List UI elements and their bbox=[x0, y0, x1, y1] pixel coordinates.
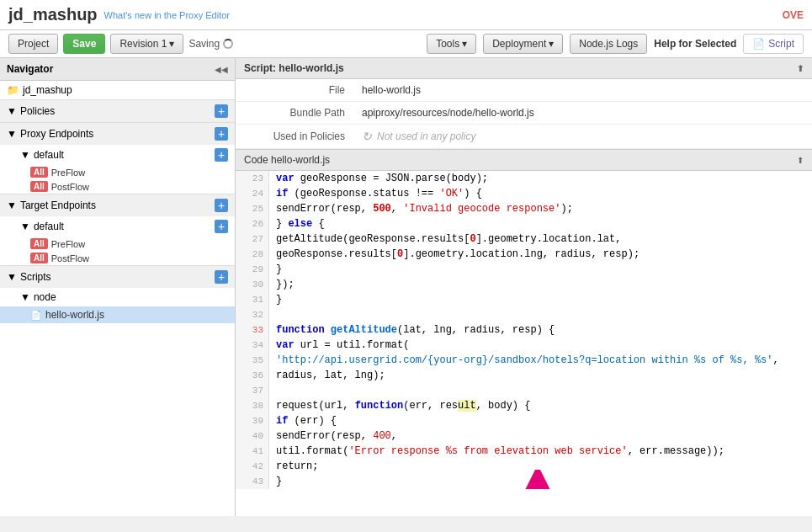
nodejs-logs-button[interactable]: Node.js Logs bbox=[570, 34, 647, 54]
toolbar: Project Save Revision 1 ▾ Saving Tools ▾… bbox=[0, 30, 812, 58]
scripts-chevron-icon: ▼ bbox=[7, 271, 17, 283]
code-line-28: geoResponse.results[0].geometry.location… bbox=[276, 247, 805, 262]
bundle-path-value: apiproxy/resources/node/hello-world.js bbox=[362, 107, 534, 119]
deployment-chevron-icon: ▾ bbox=[549, 38, 554, 50]
deployment-button[interactable]: Deployment ▾ bbox=[483, 34, 563, 54]
nav-section-scripts[interactable]: ▼ Scripts + bbox=[0, 265, 235, 288]
nav-target-default[interactable]: ▼ default + bbox=[0, 216, 235, 237]
preflow-badge: All bbox=[30, 167, 48, 178]
file-value: hello-world.js bbox=[362, 84, 421, 96]
policies-label: Policies bbox=[20, 105, 55, 117]
tools-chevron-icon: ▾ bbox=[462, 38, 467, 50]
target-endpoints-chevron-icon: ▼ bbox=[7, 200, 17, 211]
postflow-badge: All bbox=[30, 181, 48, 192]
navigator-panel: Navigator ◀◀ 📁 jd_mashup ▼ Policies + ▼ … bbox=[0, 58, 236, 516]
line-num-23: 23 bbox=[241, 171, 263, 186]
nav-root-label: jd_mashup bbox=[23, 84, 72, 96]
target-default-label: default bbox=[34, 221, 64, 232]
code-line-41: util.format('Error response %s from elev… bbox=[276, 444, 805, 459]
script-tab-button[interactable]: 📄 Script bbox=[743, 34, 804, 54]
whats-new-link[interactable]: What's new in the Proxy Editor bbox=[104, 10, 230, 20]
node-label: node bbox=[34, 291, 56, 303]
node-chevron-icon: ▼ bbox=[20, 291, 30, 303]
used-in-row: Used in Policies ↻ Not used in any polic… bbox=[236, 125, 812, 149]
target-endpoints-add-button[interactable]: + bbox=[215, 199, 228, 212]
policies-add-button[interactable]: + bbox=[215, 104, 228, 118]
proxy-endpoints-label: Proxy Endpoints bbox=[20, 128, 93, 140]
code-line-42: return; bbox=[276, 459, 805, 474]
nav-proxy-postflow[interactable]: All PostFlow bbox=[0, 179, 235, 194]
line-num-39: 39 bbox=[241, 413, 263, 428]
policies-chevron-icon: ▼ bbox=[7, 105, 17, 117]
nav-node-folder[interactable]: ▼ node bbox=[0, 288, 235, 306]
navigator-header: Navigator ◀◀ bbox=[0, 58, 235, 81]
app-title: jd_mashup bbox=[8, 5, 98, 24]
code-lines: var geoResponse = JSON.parse(body); if (… bbox=[269, 171, 812, 489]
code-line-35: 'http://api.usergrid.com/{your-org}/sand… bbox=[276, 353, 805, 368]
revision-chevron-icon: ▾ bbox=[169, 38, 174, 50]
code-line-37 bbox=[276, 383, 805, 398]
proxy-endpoints-add-button[interactable]: + bbox=[215, 127, 228, 141]
code-line-34: var url = util.format( bbox=[276, 338, 805, 353]
toolbar-right: Tools ▾ Deployment ▾ Node.js Logs Help f… bbox=[427, 34, 804, 54]
script-info-expand-icon[interactable]: ⬆ bbox=[797, 64, 804, 73]
line-num-30: 30 bbox=[241, 277, 263, 292]
code-line-36: radius, lat, lng); bbox=[276, 368, 805, 383]
target-endpoints-label: Target Endpoints bbox=[20, 200, 96, 211]
script-info-title: Script: hello-world.js bbox=[244, 62, 344, 74]
scripts-add-button[interactable]: + bbox=[215, 270, 228, 284]
saving-text: Saving bbox=[188, 38, 220, 50]
nav-root-item[interactable]: 📁 jd_mashup bbox=[0, 81, 235, 99]
used-in-label-text: Used in Policies bbox=[252, 130, 362, 142]
code-line-25: sendError(resp, 500, 'Invalid geocode re… bbox=[276, 201, 805, 216]
nav-section-policies[interactable]: ▼ Policies + bbox=[0, 99, 235, 122]
project-button[interactable]: Project bbox=[8, 34, 58, 54]
line-numbers: 23 24 25 26 27 28 29 30 31 32 33 34 35 3… bbox=[236, 171, 269, 489]
target-default-add-button[interactable]: + bbox=[215, 220, 228, 233]
nav-file-hello-world[interactable]: 📄 hello-world.js bbox=[0, 306, 235, 323]
line-num-34: 34 bbox=[241, 338, 263, 353]
proxy-default-add-button[interactable]: + bbox=[215, 148, 228, 162]
code-line-30: }); bbox=[276, 277, 805, 292]
line-num-27: 27 bbox=[241, 231, 263, 247]
nav-proxy-default[interactable]: ▼ default + bbox=[0, 145, 235, 165]
nav-target-preflow[interactable]: All PreFlow bbox=[0, 237, 235, 251]
nav-section-target-endpoints[interactable]: ▼ Target Endpoints + bbox=[0, 194, 235, 216]
code-expand-icon[interactable]: ⬆ bbox=[797, 156, 804, 165]
line-num-40: 40 bbox=[241, 428, 263, 444]
nav-section-proxy-endpoints[interactable]: ▼ Proxy Endpoints + bbox=[0, 122, 235, 145]
line-num-29: 29 bbox=[241, 262, 263, 277]
proxy-default-label: default bbox=[34, 149, 64, 161]
revision-button[interactable]: Revision 1 ▾ bbox=[110, 34, 183, 54]
target-postflow-label: PostFlow bbox=[51, 253, 89, 263]
saving-indicator: Saving bbox=[188, 38, 233, 50]
ove-link[interactable]: OVE bbox=[783, 9, 804, 21]
line-num-36: 36 bbox=[241, 368, 263, 383]
script-tab-label: Script bbox=[768, 38, 794, 50]
save-button[interactable]: Save bbox=[63, 34, 105, 54]
postflow-label: PostFlow bbox=[51, 182, 89, 192]
help-button[interactable]: Help for Selected bbox=[654, 38, 736, 50]
navigator-collapse-button[interactable]: ◀◀ bbox=[215, 65, 228, 74]
target-default-chevron-icon: ▼ bbox=[20, 221, 30, 232]
line-num-28: 28 bbox=[241, 247, 263, 262]
line-num-37: 37 bbox=[241, 383, 263, 398]
used-in-value: ↻ Not used in any policy bbox=[362, 130, 475, 143]
script-doc-icon: 📄 bbox=[752, 38, 765, 50]
bundle-path-row: Bundle Path apiproxy/resources/node/hell… bbox=[236, 102, 812, 125]
code-line-31: } bbox=[276, 292, 805, 307]
line-num-42: 42 bbox=[241, 459, 263, 474]
tools-button[interactable]: Tools ▾ bbox=[427, 34, 476, 54]
line-num-33: 33 bbox=[241, 322, 263, 338]
code-line-27: getAltitude(geoResponse.results[0].geome… bbox=[276, 231, 805, 247]
code-line-39: if (err) { bbox=[276, 413, 805, 428]
code-content[interactable]: 23 24 25 26 27 28 29 30 31 32 33 34 35 3… bbox=[236, 171, 812, 516]
line-num-43: 43 bbox=[241, 474, 263, 489]
right-panel: Script: hello-world.js ⬆ File hello-worl… bbox=[236, 58, 812, 516]
nav-proxy-preflow[interactable]: All PreFlow bbox=[0, 165, 235, 179]
nav-target-postflow[interactable]: All PostFlow bbox=[0, 251, 235, 265]
app-header: jd_mashup What's new in the Proxy Editor… bbox=[0, 0, 812, 30]
line-num-25: 25 bbox=[241, 201, 263, 216]
preflow-label: PreFlow bbox=[51, 168, 85, 178]
saving-spinner bbox=[223, 39, 233, 49]
